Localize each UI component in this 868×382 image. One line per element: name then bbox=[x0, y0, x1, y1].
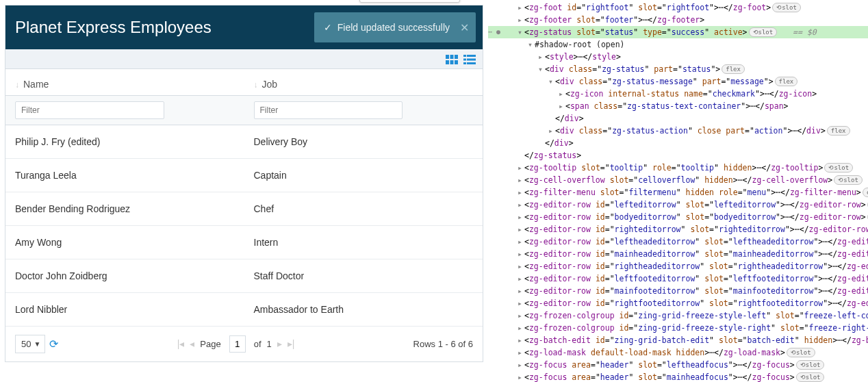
cell-name[interactable]: Doctor John Zoidberg bbox=[5, 259, 244, 292]
column-label: Job bbox=[262, 79, 278, 90]
cell-name[interactable]: Lord Nibbler bbox=[5, 293, 244, 326]
table-row[interactable]: Bender Bending RodriguezChef bbox=[5, 192, 483, 226]
pager-last-icon[interactable]: ▸| bbox=[288, 338, 295, 349]
svg-rect-8 bbox=[463, 58, 466, 60]
filter-cell bbox=[244, 96, 483, 125]
svg-rect-5 bbox=[455, 60, 458, 64]
cell-job[interactable]: Staff Doctor bbox=[244, 259, 483, 292]
table-row[interactable]: Turanga LeelaCaptain bbox=[5, 159, 483, 192]
cell-name[interactable]: Philip J. Fry (edited) bbox=[5, 125, 244, 158]
status-toast[interactable]: ✓ Field updated successfully ✕ bbox=[314, 12, 476, 42]
cell-job[interactable]: Intern bbox=[244, 226, 483, 259]
dom-node[interactable]: ▸<zg-editor-row id="leftheadeditorrow" s… bbox=[488, 235, 868, 248]
cell-job[interactable]: Ambassador to Earth bbox=[244, 293, 483, 326]
filter-row bbox=[5, 96, 483, 125]
pager-of: of bbox=[254, 339, 261, 349]
cell-job[interactable]: Chef bbox=[244, 192, 483, 225]
sort-arrow-icon: ↓ bbox=[15, 80, 19, 90]
page-size-select[interactable]: 50 ▼ bbox=[15, 335, 45, 353]
dom-node[interactable]: ▸<zg-frozen-colgroup id="zing-grid-freez… bbox=[488, 309, 868, 322]
table-row[interactable]: Lord NibblerAmbassador to Earth bbox=[5, 293, 483, 327]
cell-name[interactable]: Amy Wong bbox=[5, 226, 244, 259]
dom-node[interactable]: ▸<zg-foot id="rightfoot" slot="rightfoot… bbox=[488, 1, 868, 14]
cell-job[interactable]: Captain bbox=[244, 159, 483, 192]
dom-node[interactable]: </div> bbox=[488, 137, 868, 149]
dom-node[interactable]: ▸<zg-filter-menu slot="filtermenu" hidde… bbox=[488, 186, 868, 199]
pager-next-icon[interactable]: ▸ bbox=[277, 338, 282, 349]
filter-input-name[interactable] bbox=[15, 101, 164, 119]
dom-node[interactable]: ▸<zg-editor-row id="bodyeditorrow" slot=… bbox=[488, 211, 868, 223]
dom-node[interactable]: ▸<zg-editor-row id="leftfooteditorrow" s… bbox=[488, 272, 868, 285]
grid-footer: 50 ▼ ⟳ |◂ ◂ Page of 1 ▸ ▸| Rows 1 - 6 of… bbox=[5, 327, 483, 361]
status-message: Field updated successfully bbox=[337, 22, 450, 33]
page-size-value: 50 bbox=[21, 339, 31, 349]
dom-node[interactable]: </div> bbox=[488, 112, 868, 125]
dom-node[interactable]: ▸<zg-editor-row id="rightfooteditorrow" … bbox=[488, 297, 868, 309]
pager-prev-icon[interactable]: ◂ bbox=[190, 338, 194, 349]
dom-node[interactable]: ▾#shadow-root (open) bbox=[488, 38, 868, 51]
grid-panel: Planet Express Employees zg-status 223.1… bbox=[0, 0, 488, 382]
svg-rect-6 bbox=[463, 55, 466, 57]
close-icon[interactable]: ✕ bbox=[460, 21, 469, 34]
grid-body: Philip J. Fry (edited)Delivery BoyTurang… bbox=[5, 125, 483, 327]
dom-node[interactable]: </zg-status> bbox=[488, 149, 868, 162]
caption-text: Planet Express Employees bbox=[15, 18, 212, 36]
dom-node[interactable]: ▸<zg-footer slot="footer">⋯</zg-footer> bbox=[488, 14, 868, 26]
dom-node[interactable]: ▸<div class="zg-status-action" close par… bbox=[488, 125, 868, 137]
devtools-elements-panel[interactable]: ▸<zg-foot id="rightfoot" slot="rightfoot… bbox=[488, 0, 868, 382]
filter-cell bbox=[5, 96, 244, 125]
dom-node[interactable]: ▸<zg-frozen-colgroup id="zing-grid-freez… bbox=[488, 322, 868, 334]
dom-node[interactable]: ▸<zg-focus area="header" slot="leftheadf… bbox=[488, 359, 868, 371]
pager-label: Page bbox=[200, 339, 220, 349]
grid-toolbar bbox=[5, 49, 483, 69]
cell-job[interactable]: Delivery Boy bbox=[244, 125, 483, 158]
table-row[interactable]: Amy WongIntern bbox=[5, 226, 483, 259]
dom-node[interactable]: ▸<zg-batch-edit id="zing-grid-batch-edit… bbox=[488, 334, 868, 346]
layout-row-icon[interactable] bbox=[463, 55, 476, 64]
dom-node[interactable]: ▸<zg-editor-row id="lefteditorrow" slot=… bbox=[488, 199, 868, 211]
grid-header-row: ↓Name ↓Job bbox=[5, 69, 483, 96]
checkmark-icon: ✓ bbox=[324, 22, 332, 33]
reload-icon[interactable]: ⟳ bbox=[49, 338, 58, 351]
caret-down-icon: ▼ bbox=[34, 340, 41, 348]
svg-rect-10 bbox=[463, 62, 466, 64]
dom-node[interactable]: ▸<zg-load-mask default-load-mask hidden>… bbox=[488, 346, 868, 359]
zing-grid: Planet Express Employees zg-status 223.1… bbox=[5, 5, 483, 362]
grid-caption: Planet Express Employees zg-status 223.1… bbox=[5, 5, 483, 49]
svg-rect-4 bbox=[450, 60, 454, 64]
dom-node[interactable]: ▾<div class="zg-status-message" part="me… bbox=[488, 75, 868, 88]
filter-input-job[interactable] bbox=[254, 101, 403, 119]
table-row[interactable]: Doctor John ZoidbergStaff Doctor bbox=[5, 259, 483, 293]
pager-current-input[interactable] bbox=[229, 335, 246, 353]
dom-node[interactable]: ▸<zg-cell-overflow slot="celloverflow" h… bbox=[488, 174, 868, 186]
cell-name[interactable]: Bender Bending Rodriguez bbox=[5, 192, 244, 225]
devtools-element-tooltip: zg-status 223.16×36.8 bbox=[359, 0, 460, 3]
dom-node[interactable]: ▸<zg-editor-row id="mainfooteditorrow" s… bbox=[488, 285, 868, 297]
column-header-job[interactable]: ↓Job bbox=[244, 69, 483, 95]
dom-node[interactable]: ⋯ ●▾<zg-status slot="status" type="succe… bbox=[488, 26, 868, 38]
dom-node[interactable]: ▸<zg-editor-row id="mainheadeditorrow" s… bbox=[488, 248, 868, 260]
column-label: Name bbox=[23, 79, 49, 90]
page-size-control: 50 ▼ ⟳ bbox=[15, 335, 58, 353]
pager: |◂ ◂ Page of 1 ▸ ▸| bbox=[177, 335, 295, 353]
dom-node[interactable]: ▸<zg-editor-row id="righteditorrow" slot… bbox=[488, 223, 868, 235]
dom-node[interactable]: ▾<div class="zg-status" part="status">fl… bbox=[488, 63, 868, 75]
column-header-name[interactable]: ↓Name bbox=[5, 69, 244, 95]
svg-rect-0 bbox=[446, 55, 449, 59]
dom-node[interactable]: ▸<style>⋯</style> bbox=[488, 51, 868, 63]
pager-total: 1 bbox=[267, 339, 272, 349]
svg-rect-1 bbox=[450, 55, 454, 59]
svg-rect-3 bbox=[446, 60, 449, 64]
dom-node[interactable]: ▸<zg-icon internal-status name="checkmar… bbox=[488, 88, 868, 100]
pager-first-icon[interactable]: |◂ bbox=[177, 338, 185, 349]
cell-name[interactable]: Turanga Leela bbox=[5, 159, 244, 192]
layout-card-icon[interactable] bbox=[446, 55, 458, 64]
dom-node[interactable]: ▸<zg-focus area="header" slot="mainheadf… bbox=[488, 371, 868, 382]
dom-node[interactable]: ▸<span class="zg-status-text-container">… bbox=[488, 100, 868, 112]
dom-node[interactable]: ▸<zg-tooltip slot="tooltip" role="toolti… bbox=[488, 162, 868, 174]
rows-summary: Rows 1 - 6 of 6 bbox=[413, 339, 473, 349]
table-row[interactable]: Philip J. Fry (edited)Delivery Boy bbox=[5, 125, 483, 159]
svg-rect-9 bbox=[467, 58, 476, 60]
dom-node[interactable]: ▸<zg-editor-row id="rightheadeditorrow" … bbox=[488, 260, 868, 272]
svg-rect-7 bbox=[467, 55, 476, 57]
